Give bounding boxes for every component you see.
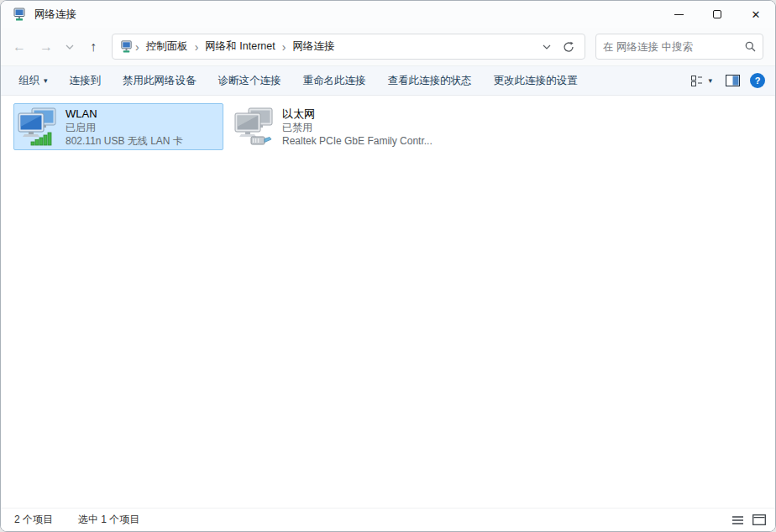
command-toolbar: 组织 ▾ 连接到 禁用此网络设备 诊断这个连接 重命名此连接 查看此连接的状态 … bbox=[1, 66, 775, 96]
large-icons-view-icon bbox=[752, 514, 766, 525]
search-input[interactable] bbox=[603, 41, 745, 53]
status-bar: 2 个项目 选中 1 个项目 bbox=[1, 508, 775, 531]
caret-down-icon: ▾ bbox=[708, 76, 712, 85]
back-button[interactable]: ← bbox=[6, 34, 33, 60]
toolbar-rename-connection[interactable]: 重命名此连接 bbox=[292, 66, 377, 95]
ethernet-adapter-icon bbox=[234, 107, 275, 146]
maximize-icon bbox=[713, 10, 721, 18]
back-icon: ← bbox=[13, 39, 26, 55]
toolbar-label: 更改此连接的设置 bbox=[494, 74, 578, 88]
items-count: 2 个项目 bbox=[14, 513, 53, 527]
toolbar-label: 禁用此网络设备 bbox=[123, 74, 197, 88]
forward-icon: → bbox=[39, 39, 53, 55]
connection-item-wlan[interactable]: WLAN 已启用 802.11n USB 无线 LAN 卡 bbox=[13, 103, 223, 150]
window-title: 网络连接 bbox=[34, 8, 76, 22]
connection-text: 以太网 已禁用 Realtek PCIe GbE Family Contr... bbox=[282, 107, 433, 148]
connection-device: 802.11n USB 无线 LAN 卡 bbox=[66, 134, 183, 148]
chevron-down-icon bbox=[66, 44, 74, 50]
preview-pane-icon bbox=[726, 75, 740, 86]
large-icons-view-button[interactable] bbox=[748, 510, 770, 530]
close-button[interactable]: ✕ bbox=[737, 1, 775, 28]
organize-label: 组织 bbox=[18, 74, 39, 88]
view-options-button[interactable]: ▾ bbox=[688, 74, 716, 88]
connections-list: WLAN 已启用 802.11n USB 无线 LAN 卡 bbox=[1, 96, 775, 508]
toolbar-connect-to[interactable]: 连接到 bbox=[59, 66, 113, 95]
forward-button[interactable]: → bbox=[33, 34, 60, 60]
selected-count: 选中 1 个项目 bbox=[78, 513, 139, 527]
maximize-button[interactable] bbox=[698, 1, 737, 28]
chevron-down-icon bbox=[543, 44, 551, 50]
refresh-icon bbox=[563, 41, 574, 53]
connection-item-ethernet[interactable]: 以太网 已禁用 Realtek PCIe GbE Family Contr... bbox=[230, 103, 440, 150]
help-button[interactable]: ? bbox=[750, 73, 765, 88]
connection-text: WLAN 已启用 802.11n USB 无线 LAN 卡 bbox=[66, 107, 183, 148]
toolbar-label: 查看此连接的状态 bbox=[388, 74, 472, 88]
close-icon: ✕ bbox=[752, 9, 761, 20]
wlan-adapter-icon bbox=[18, 107, 58, 146]
location-icon bbox=[119, 39, 134, 54]
search-icon[interactable] bbox=[745, 41, 756, 52]
up-button[interactable]: ↑ bbox=[80, 34, 107, 60]
status-view-toggles bbox=[726, 510, 770, 530]
connection-name: WLAN bbox=[66, 107, 183, 121]
address-bar[interactable]: › 控制面板 › 网络和 Internet › 网络连接 bbox=[112, 34, 585, 60]
details-view-icon bbox=[731, 515, 744, 525]
toolbar-right-icons: ▾ ? bbox=[688, 73, 765, 88]
breadcrumb-control-panel[interactable]: 控制面板 bbox=[141, 39, 193, 54]
connection-name: 以太网 bbox=[282, 107, 433, 121]
toolbar-label: 诊断这个连接 bbox=[218, 74, 281, 88]
help-icon: ? bbox=[755, 76, 761, 86]
preview-pane-button[interactable] bbox=[726, 75, 740, 86]
connection-status: 已禁用 bbox=[282, 121, 433, 134]
title-bar: 网络连接 ✕ bbox=[1, 1, 775, 28]
toolbar-view-status[interactable]: 查看此连接的状态 bbox=[377, 66, 483, 95]
address-dropdown-button[interactable] bbox=[536, 36, 558, 58]
toolbar-diagnose-connection[interactable]: 诊断这个连接 bbox=[207, 66, 292, 95]
breadcrumb-separator: › bbox=[134, 40, 141, 54]
toolbar-change-settings[interactable]: 更改此连接的设置 bbox=[483, 66, 589, 95]
details-view-button[interactable] bbox=[726, 510, 748, 530]
caret-down-icon: ▾ bbox=[44, 76, 48, 85]
search-box bbox=[595, 34, 763, 60]
breadcrumb-network-connections[interactable]: 网络连接 bbox=[287, 39, 339, 54]
minimize-button[interactable] bbox=[659, 1, 698, 28]
network-connections-window: 网络连接 ✕ ← → ↑ › 控制面板 › 网络和 Internet › 网络 bbox=[0, 0, 776, 532]
up-icon: ↑ bbox=[90, 39, 97, 55]
breadcrumb-network-and-internet[interactable]: 网络和 Internet bbox=[200, 39, 280, 54]
refresh-button[interactable] bbox=[558, 36, 579, 58]
connection-device: Realtek PCIe GbE Family Contr... bbox=[282, 134, 433, 148]
breadcrumb-separator: › bbox=[281, 40, 288, 54]
toolbar-label: 连接到 bbox=[70, 74, 102, 88]
organize-menu[interactable]: 组织 ▾ bbox=[8, 66, 59, 95]
navigation-bar: ← → ↑ › 控制面板 › 网络和 Internet › 网络连接 bbox=[1, 28, 775, 66]
breadcrumb-separator: › bbox=[193, 40, 201, 54]
list-view-icon bbox=[691, 76, 704, 86]
network-connections-app-icon bbox=[12, 7, 27, 22]
window-controls: ✕ bbox=[659, 1, 775, 28]
recent-locations-button[interactable] bbox=[60, 34, 80, 60]
toolbar-label: 重命名此连接 bbox=[303, 74, 366, 88]
toolbar-disable-device[interactable]: 禁用此网络设备 bbox=[112, 66, 207, 95]
minimize-icon bbox=[674, 14, 684, 15]
connection-status: 已启用 bbox=[66, 121, 183, 134]
